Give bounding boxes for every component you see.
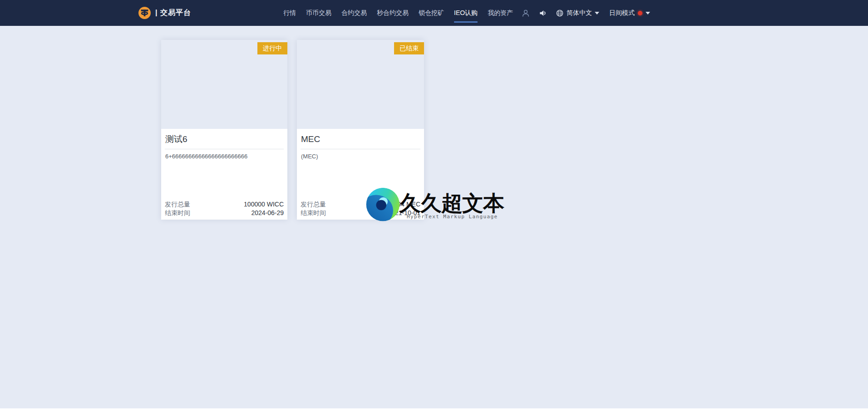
card-info: 测试6 6+66666666666666666666666 发行总量 10000… [161,129,287,220]
card-subtitle: (MEC) [301,149,420,161]
nav-item-label: 我的资产 [488,9,513,17]
field-value: 2021-10-01 [388,209,420,217]
field-value: 370494 MEC [383,200,420,209]
card-subtitle: 6+66666666666666666666666 [165,149,284,161]
navbar-right-tools: 简体中文 日间模式 [521,0,650,26]
field-label: 发行总量 [165,200,190,209]
theme-mode-selector[interactable]: 日间模式 [609,9,650,17]
language-label: 简体中文 [567,9,592,17]
brand-coin-logo-icon [138,7,151,19]
status-badge: 已结束 [394,42,424,54]
chevron-down-icon [646,12,650,15]
main-nav: 行情 币币交易 合约交易 秒合约交易 锁仓挖矿 IEO认购 我的资产 [283,0,513,26]
field-row-end-time: 结束时间 2024-06-29 [165,209,284,217]
card-title: 测试6 [165,132,284,149]
ieo-card-mec[interactable]: 已结束 MEC (MEC) 发行总量 370494 MEC 结束时间 2021-… [297,40,424,220]
nav-item-contract-trade[interactable]: 合约交易 [341,0,367,26]
chevron-down-icon [595,12,599,15]
theme-color-dot-icon [638,11,642,15]
ieo-list-page: 进行中 测试6 6+66666666666666666666666 发行总量 1… [0,26,868,408]
nav-item-my-assets[interactable]: 我的资产 [488,0,513,26]
announcement-speaker-icon[interactable] [538,9,547,18]
nav-item-label: 锁仓挖矿 [419,9,444,17]
theme-mode-label: 日间模式 [609,9,635,17]
field-label: 发行总量 [301,200,326,209]
card-fields: 发行总量 100000 WICC 结束时间 2024-06-29 [165,200,284,217]
nav-item-lockup-mining[interactable]: 锁仓挖矿 [419,0,444,26]
card-fields: 发行总量 370494 MEC 结束时间 2021-10-01 [301,200,420,217]
nav-item-label: 币币交易 [306,9,331,17]
nav-item-markets[interactable]: 行情 [283,0,296,26]
card-info: MEC (MEC) 发行总量 370494 MEC 结束时间 2021-10-0… [297,129,424,220]
status-badge: 进行中 [257,42,287,54]
nav-item-label: 行情 [283,9,296,17]
field-value: 2024-06-29 [251,209,284,217]
field-row-total-issuance: 发行总量 370494 MEC [301,200,420,209]
field-label: 结束时间 [301,209,326,217]
card-title: MEC [301,132,420,149]
field-row-total-issuance: 发行总量 100000 WICC [165,200,284,209]
watermark-overlay: 久久超文本 HyperText Markup Language [0,26,868,408]
brand[interactable]: | 交易平台 [138,0,191,26]
nav-item-label: 合约交易 [341,9,367,17]
language-selector[interactable]: 简体中文 [556,9,599,17]
ieo-card-test6[interactable]: 进行中 测试6 6+66666666666666666666666 发行总量 1… [161,40,287,220]
user-account-icon[interactable] [521,9,530,18]
globe-icon [556,9,564,17]
nav-item-spot-trade[interactable]: 币币交易 [306,0,331,26]
nav-item-label: IEO认购 [454,9,478,17]
brand-title: | 交易平台 [155,8,191,18]
field-label: 结束时间 [165,209,190,217]
nav-item-second-contract[interactable]: 秒合约交易 [377,0,409,26]
field-value: 100000 WICC [244,200,284,209]
top-navbar: | 交易平台 行情 币币交易 合约交易 秒合约交易 锁仓挖矿 IEO认购 我的资… [0,0,868,26]
nav-item-ieo[interactable]: IEO认购 [454,0,478,26]
field-row-end-time: 结束时间 2021-10-01 [301,209,420,217]
nav-item-label: 秒合约交易 [377,9,409,17]
